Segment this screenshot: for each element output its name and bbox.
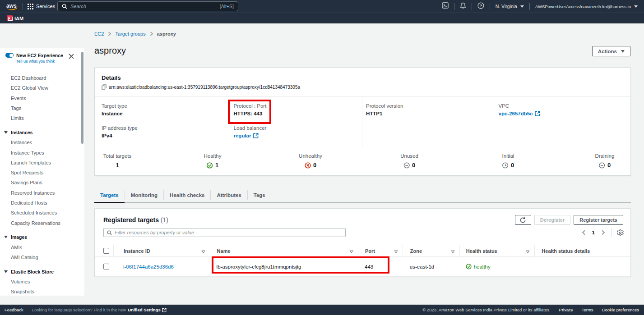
column-header-health-status[interactable]: Health status [459,245,535,256]
sidebar-section-instances[interactable]: Instances [0,128,84,137]
aws-logo[interactable]: aws [6,3,18,10]
services-menu[interactable]: Services [28,4,55,9]
help-icon[interactable]: ? [477,2,484,11]
tab-tags[interactable]: Tags [248,188,271,202]
sidebar-item-instances[interactable]: Instances [0,137,84,147]
sidebar-item-dedicated-hosts[interactable]: Dedicated Hosts [0,198,84,208]
cookie-preferences-link[interactable]: Cookie preferences [602,307,639,312]
sort-icon[interactable] [394,249,398,255]
privacy-link[interactable]: Privacy [559,307,573,312]
column-header-health-status-details[interactable]: Health status details [534,245,630,256]
select-all-checkbox[interactable] [103,248,109,254]
refresh-button[interactable] [515,215,531,225]
tab-attributes[interactable]: Attributes [211,188,247,202]
sidebar-item-savings-plans[interactable]: Savings Plans [0,178,84,187]
details-grid: Target typeInstance IP address typeIPv4 … [95,96,630,148]
nav-separator [490,3,490,10]
column-header-zone[interactable]: Zone [403,245,459,256]
unified-settings-link[interactable]: Unified Settings [128,307,166,312]
new-experience-toggle[interactable] [5,53,14,58]
tab-monitoring[interactable]: Monitoring [125,188,163,202]
breadcrumb-ec2[interactable]: EC2 [94,31,104,37]
deregister-button[interactable]: Deregister [534,215,570,225]
cloudshell-icon[interactable] [442,2,449,10]
sidebar-item-ec2-dashboard[interactable]: EC2 Dashboard [0,73,84,83]
iam-favorite-link[interactable]: IAM [14,16,23,21]
search-input[interactable]: Search [Alt+S] [57,1,238,11]
refresh-icon [519,217,526,224]
health-status-badge: healthy [466,264,491,269]
stat-initial: Initial 0 [502,148,514,169]
vpc-link[interactable]: vpc-2657db5c [499,110,540,117]
sidebar-item-instance-types[interactable]: Instance Types [0,148,84,158]
row-checkbox[interactable] [103,264,109,269]
sidebar-item-spot-requests[interactable]: Spot Requests [0,168,84,178]
sidebar-item-scheduled-instances[interactable]: Scheduled Instances [0,208,84,218]
sidebar-section-images[interactable]: Images [0,232,84,242]
close-icon[interactable] [69,54,74,59]
sidebar-section-elastic-block-store[interactable]: Elastic Block Store [0,267,84,277]
feedback-link[interactable]: Feedback [5,307,23,312]
tell-us-link[interactable]: Tell us what you think [16,59,55,64]
triangle-down-icon [4,131,8,134]
svg-text:?: ? [479,3,482,8]
search-icon [62,4,67,9]
field-value: IPv4 [102,132,230,139]
register-targets-button[interactable]: Register targets [574,215,623,225]
copy-icon[interactable] [102,84,107,90]
sidebar-item-amis[interactable]: AMIs [0,242,84,252]
aws-console-page: aws Services Search [Alt+S] ? [0,0,644,315]
breadcrumb-target-groups[interactable]: Target groups [115,31,145,37]
sidebar-item-events[interactable]: Events [0,93,84,103]
field-value: Instance [102,110,230,117]
sidebar-item-tags[interactable]: Tags [0,103,84,113]
new-ec2-experience-panel: New EC2 Experience Tell us what you thin… [0,48,84,66]
x-circle-icon [305,162,311,169]
region-selector[interactable]: N. Virginia [496,4,517,9]
actions-button[interactable]: Actions [592,46,630,56]
notifications-bell-icon[interactable] [460,2,466,11]
terms-link[interactable]: Terms [582,307,593,312]
field-label: Protocol version [366,103,494,109]
registered-targets-title: Registered targets (1) [103,216,168,224]
column-header-name[interactable]: Name [210,245,358,256]
next-page-icon[interactable] [601,230,605,235]
sidebar-scrollbar[interactable] [81,52,83,144]
sidebar-item-volumes[interactable]: Volumes [0,277,84,287]
top-navigation-bar: aws Services Search [Alt+S] ? [0,0,644,13]
tab-targets[interactable]: Targets [94,188,125,203]
current-page-number[interactable]: 1 [592,230,595,235]
sort-icon[interactable] [349,249,353,255]
sidebar-item-reserved-instances[interactable]: Reserved Instances [0,188,84,198]
sidebar-item-limits[interactable]: Limits [0,113,84,123]
sidebar-item-capacity-reservations[interactable]: Capacity Reservations [0,218,84,228]
field-value: HTTP1 [366,110,494,117]
sidebar-item-snapshots[interactable]: Snapshots [0,287,84,297]
stat-total-targets: Total targets 1 [103,148,132,169]
account-menu[interactable]: AWSPowerUserAccess/navaneeth.kn@harness.… [535,4,631,9]
sidebar-item-launch-templates[interactable]: Launch Templates [0,158,84,168]
instance-id-link[interactable]: i-06f1744a6a25d36d6 [123,264,174,269]
triangle-down-icon [4,236,8,238]
column-header-port[interactable]: Port [358,245,403,256]
settings-gear-icon[interactable] [617,229,624,236]
breadcrumb-current: asproxy [157,31,176,37]
filter-input[interactable]: Filter resources by property or value [103,228,346,237]
field-label: Load balancer [234,125,362,131]
sort-icon[interactable] [201,249,205,255]
nav-separator [472,3,472,10]
sort-icon[interactable] [451,249,455,255]
previous-page-icon[interactable] [582,230,586,235]
field-label: VPC [499,103,630,109]
pager-separator [612,228,612,237]
tab-bar: Targets Monitoring Health checks Attribu… [94,188,631,203]
tab-health-checks[interactable]: Health checks [164,188,210,202]
details-title: Details [102,74,630,81]
load-balancer-link[interactable]: regular [234,132,259,139]
svg-text:aws: aws [6,3,17,9]
column-header-instance-id[interactable]: Instance ID [113,245,210,256]
sidebar-item-ec2-global-view[interactable]: EC2 Global View [0,83,84,93]
sidebar-item-ami-catalog[interactable]: AMI Catalog [0,252,84,262]
details-arn: arn:aws:elasticloadbalancing:us-east-1:3… [102,84,630,90]
sort-icon[interactable] [526,249,530,255]
